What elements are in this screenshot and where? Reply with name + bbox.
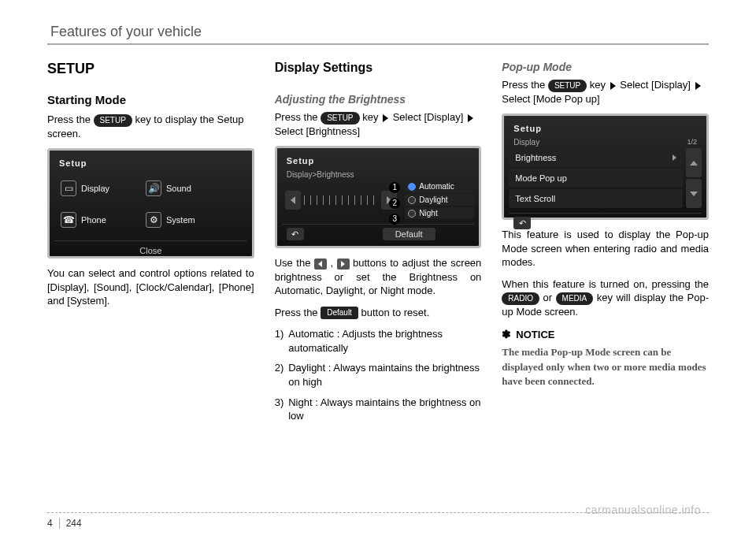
list-text: Automatic : Adjusts the brightness autom… <box>288 327 481 355</box>
list-item: 3) Night : Always maintains the brightne… <box>275 396 482 423</box>
brightness-instruction: Press the SETUP key Select [Display] Sel… <box>275 110 482 138</box>
default-key-pill: Default <box>321 307 358 319</box>
text-scroll-row[interactable]: Text Scroll <box>509 189 683 208</box>
scroll-up-button[interactable] <box>686 148 702 177</box>
list-number: 3) <box>275 396 284 423</box>
brightness-row[interactable]: Brightness <box>509 148 683 167</box>
text-fragment: Select [Brightness] <box>275 125 360 137</box>
list-text: Night : Always maintains the brightness … <box>288 396 481 423</box>
content-columns: SETUP Starting Mode Press the SETUP key … <box>47 61 709 430</box>
popup-desc: This feature is used to display the Pop-… <box>502 228 709 270</box>
gear-icon: ⚙ <box>146 212 161 228</box>
column-2: Display Settings Adjusting the Brightnes… <box>275 61 482 430</box>
mode-label: Automatic <box>419 182 454 191</box>
phone-icon: ☎ <box>61 212 76 228</box>
row-label: Brightness <box>515 153 556 162</box>
page-number: 244 <box>66 518 82 529</box>
mode-automatic[interactable]: Automatic <box>405 180 474 192</box>
phone-tile[interactable]: ☎ Phone <box>61 212 130 228</box>
chapter-number: 4 <box>47 518 53 529</box>
list-text: Daylight : Always maintains the brightne… <box>288 361 481 389</box>
scroll-down-button[interactable] <box>686 179 702 208</box>
mode-night[interactable]: Night <box>405 207 474 219</box>
brightness-mode-list-text: 1) Automatic : Adjusts the brightness au… <box>275 327 482 422</box>
text-fragment: Select [Mode Pop up] <box>502 93 599 105</box>
page-indicator: 1/2 <box>687 138 698 147</box>
starting-mode-desc: You can select and control options relat… <box>47 266 254 308</box>
setup-key-pill: SETUP <box>321 112 359 125</box>
brightness-mode-list: Automatic Daylight Night <box>405 180 474 219</box>
media-key-pill: MEDIA <box>556 292 594 305</box>
radio-icon <box>408 196 416 204</box>
radio-selected-icon <box>408 183 416 191</box>
notice-label: NOTICE <box>516 329 554 340</box>
brightness-slider[interactable] <box>282 180 401 219</box>
text-fragment: key <box>590 79 606 91</box>
chevron-right-icon <box>673 153 676 162</box>
adjusting-brightness-heading: Adjusting the Brightness <box>275 93 482 106</box>
row-label: Text Scroll <box>515 194 555 203</box>
notice-star-icon: ✽ <box>502 328 511 340</box>
setup-key-pill: SETUP <box>548 80 587 92</box>
screen-titlebar: Setup <box>282 153 475 169</box>
text-fragment: Select [Display] <box>620 79 693 91</box>
arrow-right-icon <box>468 114 473 122</box>
column-1: SETUP Starting Mode Press the SETUP key … <box>47 61 254 430</box>
mode-label: Night <box>419 209 437 218</box>
popup-mode-heading: Pop-up Mode <box>502 61 709 73</box>
list-item: 1) Automatic : Adjusts the brightness au… <box>275 327 482 355</box>
mode-daylight[interactable]: Daylight <box>405 194 474 206</box>
radio-key-pill: RADIO <box>502 292 539 305</box>
text-fragment: Use the <box>275 257 314 269</box>
list-number: 2) <box>275 361 284 389</box>
scroll-column <box>686 148 702 208</box>
arrow-left-icon <box>314 258 327 270</box>
display-tile[interactable]: ▭ Display <box>61 180 130 196</box>
radio-icon <box>408 210 416 218</box>
tile-label: System <box>166 215 195 225</box>
close-button[interactable]: Close <box>54 240 247 257</box>
tile-label: Display <box>81 184 109 193</box>
screen-title: Setup <box>287 156 315 166</box>
list-item: 2) Daylight : Always maintains the brigh… <box>275 361 482 389</box>
notice-heading: ✽ NOTICE <box>502 328 709 340</box>
tile-label: Sound <box>166 184 191 193</box>
brightness-screen: Setup Display>Brightness Automatic <box>275 146 482 248</box>
header-rule <box>47 43 709 45</box>
footer-divider <box>59 518 60 529</box>
text-fragment: When this feature is turned on, pressing… <box>502 278 709 290</box>
default-button[interactable]: Default <box>383 228 435 240</box>
popup-instruction: Press the SETUP key Select [Display] Sel… <box>502 78 709 106</box>
sound-tile[interactable]: 🔊 Sound <box>146 180 215 196</box>
display-settings-heading: Display Settings <box>275 61 482 75</box>
notice-body: The media Pop-up Mode screen can be disp… <box>502 345 709 389</box>
text-fragment: Press the <box>275 111 321 123</box>
callout-3: 3 <box>389 214 400 225</box>
screen-title: Setup <box>513 124 542 133</box>
brightness-usage: Use the , buttons to adjust the screen b… <box>275 256 482 298</box>
setup-heading: SETUP <box>47 61 254 77</box>
page-header: Features of your vehicle <box>47 24 709 40</box>
sound-icon: 🔊 <box>146 180 161 196</box>
text-fragment: Press the <box>275 307 321 318</box>
row-label: Mode Pop up <box>515 173 566 183</box>
brightness-decrease-button[interactable] <box>285 191 301 210</box>
mode-popup-row[interactable]: Mode Pop up <box>509 169 683 188</box>
list-number: 1) <box>275 327 284 355</box>
brightness-reset: Press the Default button to reset. <box>275 306 482 320</box>
back-button[interactable]: ↶ <box>287 228 304 240</box>
brightness-ticks <box>304 195 379 205</box>
breadcrumb: Display>Brightness <box>282 169 475 180</box>
mode-label: Daylight <box>419 195 447 204</box>
watermark: carmanualsonline.info <box>585 504 701 516</box>
display-icon: ▭ <box>61 180 76 196</box>
setup-screen: Setup ▭ Display 🔊 Sound ☎ Phone <box>47 148 254 258</box>
starting-mode-text: Press the SETUP key to display the Setup… <box>47 113 254 140</box>
back-button[interactable]: ↶ <box>513 217 531 229</box>
arrow-right-icon <box>695 82 701 90</box>
text-fragment: Press the <box>47 113 94 125</box>
breadcrumb: Display <box>513 138 539 147</box>
popup-behavior: When this feature is turned on, pressing… <box>502 277 709 319</box>
setup-icons-row: ▭ Display 🔊 Sound ☎ Phone ⚙ System <box>54 171 247 232</box>
system-tile[interactable]: ⚙ System <box>146 212 215 228</box>
